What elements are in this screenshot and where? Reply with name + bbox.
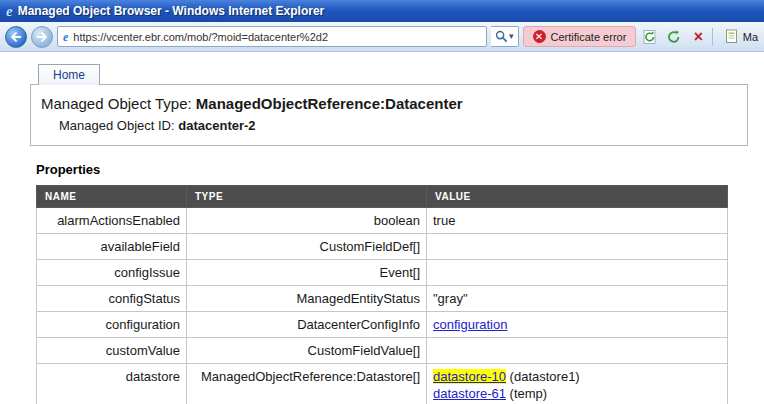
page-content: Home Managed Object Type: ManagedObjectR… xyxy=(0,52,764,404)
address-page-icon: e xyxy=(63,31,68,43)
table-header-row: NAME TYPE VALUE xyxy=(37,186,728,208)
table-row: availableFieldCustomFieldDef​[] xyxy=(37,234,728,260)
value-suffix: (datastore1) xyxy=(506,369,580,384)
value-link[interactable]: configuration xyxy=(433,317,507,332)
back-arrow-icon xyxy=(9,30,23,44)
table-row: configurationDatacenterConfigInfoconfigu… xyxy=(37,312,728,338)
prop-type-cell: DatacenterConfigInfo xyxy=(187,312,427,338)
column-header-value: VALUE xyxy=(427,186,728,208)
navigation-bar: e https://vcenter.ebr.com/mob/?moid=data… xyxy=(0,22,764,52)
prop-name-cell: datastore xyxy=(37,364,187,404)
managed-object-id-value: datacenter-2 xyxy=(178,118,255,133)
certificate-error-icon: ✕ xyxy=(533,30,546,43)
value-text: true xyxy=(433,213,455,228)
tab-home[interactable]: Home xyxy=(38,64,100,85)
column-header-type: TYPE xyxy=(187,186,427,208)
forward-arrow-icon xyxy=(35,30,49,44)
search-icon xyxy=(495,30,508,43)
properties-section-title: Properties xyxy=(36,162,764,177)
table-row: customValueCustomFieldValue​[] xyxy=(37,338,728,364)
certificate-error-label: Certificate error xyxy=(551,31,627,43)
back-button[interactable] xyxy=(5,26,27,48)
prop-value-cell: datastore-10 (datastore1)datastore-61 (t… xyxy=(427,364,728,404)
table-row: datastoreManagedObjectReference:Datastor… xyxy=(37,364,728,404)
managed-object-id-label: Managed Object ID: xyxy=(59,118,175,133)
value-line: datastore-61 (temp) xyxy=(433,385,721,402)
prop-name-cell: configStatus xyxy=(37,286,187,312)
prop-name-cell: availableField xyxy=(37,234,187,260)
prop-value-cell: true xyxy=(427,208,728,234)
window-title: Managed Object Browser - Windows Interne… xyxy=(18,4,325,18)
managed-object-type-label: Managed Object Type: xyxy=(41,95,192,112)
prop-name-cell: configIssue xyxy=(37,260,187,286)
table-row: alarmActionsEnabledbooleantrue xyxy=(37,208,728,234)
prop-type-cell: boolean xyxy=(187,208,427,234)
prop-value-cell: "gray" xyxy=(427,286,728,312)
prop-value-cell: configuration xyxy=(427,312,728,338)
go-button[interactable] xyxy=(664,26,684,47)
value-line: datastore-10 (datastore1) xyxy=(433,368,721,385)
prop-type-cell: CustomFieldValue​[] xyxy=(187,338,427,364)
page-menu-item[interactable]: Ma xyxy=(725,29,759,44)
properties-table-body: alarmActionsEnabledbooleantrueavailableF… xyxy=(37,208,728,404)
prop-type-cell: ManagedObjectReference:Datastore​[] xyxy=(187,364,427,404)
address-bar[interactable]: e https://vcenter.ebr.com/mob/?moid=data… xyxy=(57,26,487,47)
managed-object-id-line: Managed Object ID: datacenter-2 xyxy=(39,118,739,133)
managed-object-type-value: ManagedObjectReference:Datacenter xyxy=(196,95,463,112)
prop-type-cell: Event​[] xyxy=(187,260,427,286)
managed-object-type-line: Managed Object Type: ManagedObjectRefere… xyxy=(39,95,739,112)
stop-button[interactable]: × xyxy=(688,26,708,47)
value-line: "gray" xyxy=(433,290,721,307)
page-menu-label: Ma xyxy=(743,31,758,43)
table-row: configIssueEvent​[] xyxy=(37,260,728,286)
ie-logo-icon: e xyxy=(6,4,13,19)
refresh-icon xyxy=(642,29,658,45)
prop-name-cell: configuration xyxy=(37,312,187,338)
prop-name-cell: customValue xyxy=(37,338,187,364)
value-link[interactable]: datastore-10 xyxy=(433,369,506,384)
prop-type-cell: CustomFieldDef​[] xyxy=(187,234,427,260)
url-text: https://vcenter.ebr.com/mob/?moid=datace… xyxy=(73,31,328,43)
page-menu-icon xyxy=(725,29,739,44)
value-link[interactable]: datastore-61 xyxy=(433,386,506,401)
title-bar: e Managed Object Browser - Windows Inter… xyxy=(0,0,764,22)
stop-icon: × xyxy=(694,29,703,45)
browser-window: e Managed Object Browser - Windows Inter… xyxy=(0,0,764,404)
properties-table: NAME TYPE VALUE alarmActionsEnabledboole… xyxy=(36,185,728,404)
object-header-box: Managed Object Type: ManagedObjectRefere… xyxy=(30,84,748,146)
refresh-button[interactable] xyxy=(640,26,660,47)
forward-button[interactable] xyxy=(31,26,53,48)
value-suffix: (temp) xyxy=(506,386,547,401)
certificate-error-badge[interactable]: ✕ Certificate error xyxy=(523,26,637,47)
prop-value-cell xyxy=(427,338,728,364)
prop-value-cell xyxy=(427,260,728,286)
go-icon xyxy=(666,29,682,45)
column-header-name: NAME xyxy=(37,186,187,208)
tab-row: Home xyxy=(0,64,764,84)
prop-name-cell: alarmActionsEnabled xyxy=(37,208,187,234)
value-line: configuration xyxy=(433,316,721,333)
value-line: true xyxy=(433,212,721,229)
value-text: "gray" xyxy=(433,291,468,306)
chevron-down-icon: ▾ xyxy=(509,32,514,41)
search-dropdown-button[interactable]: ▾ xyxy=(491,26,519,47)
table-row: configStatusManagedEntityStatus"gray" xyxy=(37,286,728,312)
prop-value-cell xyxy=(427,234,728,260)
prop-type-cell: ManagedEntityStatus xyxy=(187,286,427,312)
toolbar-separator xyxy=(712,28,713,46)
